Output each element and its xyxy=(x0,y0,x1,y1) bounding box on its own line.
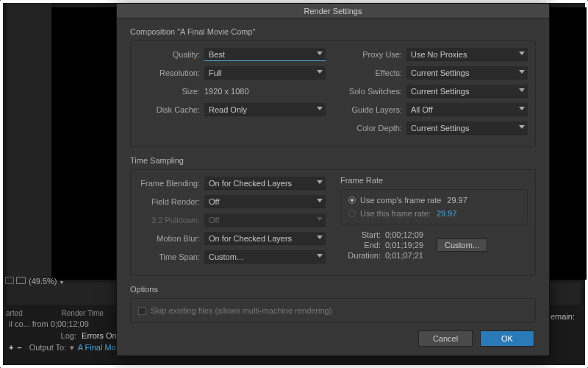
field-value: Off xyxy=(209,197,219,206)
effects-dropdown[interactable]: Current Settings xyxy=(406,66,528,79)
resolution-label: Resolution: xyxy=(138,68,204,77)
guide-label: Guide Layers: xyxy=(340,105,406,114)
resolution-value: Full xyxy=(209,68,222,77)
resolution-dropdown[interactable]: Full xyxy=(204,66,326,79)
disk-cache-value: Read Only xyxy=(209,105,247,114)
cancel-button[interactable]: Cancel xyxy=(418,330,473,347)
solo-value: Current Settings xyxy=(411,87,469,96)
mblur-dropdown[interactable]: On for Checked Layers xyxy=(204,232,326,245)
disk-cache-dropdown[interactable]: Read Only xyxy=(204,103,326,116)
frame-rate-opt1-value: 29.97 xyxy=(447,196,467,205)
custom-time-button[interactable]: Custom... xyxy=(437,238,487,252)
quality-label: Quality: xyxy=(138,50,204,59)
depth-value: Current Settings xyxy=(411,124,469,132)
dialog-button-bar: Cancel OK xyxy=(418,330,534,347)
mblur-label: Motion Blur: xyxy=(138,234,204,243)
chevron-down-icon xyxy=(317,180,323,184)
checkbox-icon xyxy=(138,307,146,315)
quality-dropdown[interactable]: Best xyxy=(204,48,326,61)
chevron-down-icon: ▼ xyxy=(60,280,65,285)
header-render-time: Render Time xyxy=(62,309,104,317)
end-label: End: xyxy=(340,241,381,250)
solo-dropdown[interactable]: Current Settings xyxy=(406,85,528,98)
chevron-down-icon xyxy=(317,107,323,110)
ok-button[interactable]: OK xyxy=(480,330,534,347)
frame-rate-opt-custom[interactable]: Use this frame rate: 29.97 xyxy=(348,209,520,218)
time-sampling-group: Frame Blending: On for Checked Layers Fi… xyxy=(130,169,536,276)
blend-value: On for Checked Layers xyxy=(209,179,292,188)
size-label: Size: xyxy=(138,87,204,96)
effects-label: Effects: xyxy=(340,68,406,77)
proxy-dropdown[interactable]: Use No Proxies xyxy=(406,48,528,61)
options-label: Options xyxy=(130,285,536,294)
log-label: Log: xyxy=(9,331,76,340)
chevron-down-icon xyxy=(519,52,525,55)
proxy-label: Proxy Use: xyxy=(340,50,406,59)
skip-existing-label: Skip existing files (allows multi-machin… xyxy=(151,306,331,315)
chevron-down-icon xyxy=(317,52,323,55)
field-dropdown[interactable]: Off xyxy=(204,195,326,208)
span-label: Time Span: xyxy=(138,252,204,261)
span-dropdown[interactable]: Custom... xyxy=(204,250,326,263)
time-values: Start:0;00;12;09 End:0;01;19;29 Duration… xyxy=(340,229,423,261)
guide-value: All Off xyxy=(411,105,433,114)
left-panel-stub xyxy=(7,3,51,283)
span-value: Custom... xyxy=(209,252,243,261)
add-remove-output-icon[interactable]: + – xyxy=(9,343,23,352)
effects-value: Current Settings xyxy=(411,68,469,77)
depth-dropdown[interactable]: Current Settings xyxy=(406,121,528,135)
frame-rate-opt2-label: Use this frame rate: xyxy=(360,209,431,218)
blend-dropdown[interactable]: On for Checked Layers xyxy=(204,177,326,190)
pulldown-label: 3:2 Pulldown: xyxy=(138,216,204,224)
frame-rate-opt-comp[interactable]: Use comp's frame rate 29.97 xyxy=(348,196,520,205)
chevron-down-icon xyxy=(519,125,525,129)
monitor-icon[interactable] xyxy=(16,277,26,284)
dur-value: 0;01;07;21 xyxy=(385,251,423,260)
frame-rate-opt1-label: Use comp's frame rate xyxy=(360,196,441,205)
time-sampling-right: Frame Rate Use comp's frame rate 29.97 U… xyxy=(340,176,528,268)
zoom-level[interactable]: (49.5%) ▼ xyxy=(29,277,65,286)
dur-label: Duration: xyxy=(340,251,381,260)
disk-cache-label: Disk Cache: xyxy=(138,105,204,114)
composition-col-left: Quality: Best Resolution: Full Size: 192… xyxy=(138,47,326,139)
chevron-down-icon xyxy=(519,88,525,92)
composition-col-right: Proxy Use: Use No Proxies Effects: Curre… xyxy=(340,47,528,139)
solo-label: Solo Switches: xyxy=(340,87,406,96)
quality-value: Best xyxy=(209,50,225,59)
chevron-down-icon xyxy=(519,70,525,74)
output-to-label: Output To: xyxy=(29,343,67,352)
radio-unselected-icon xyxy=(348,210,356,217)
end-value: 0;01;19;29 xyxy=(385,241,423,250)
composition-group: Quality: Best Resolution: Full Size: 192… xyxy=(130,40,536,147)
start-label: Start: xyxy=(340,230,381,239)
start-value: 0;00;12;09 xyxy=(385,230,423,239)
composition-label: Composition "A Final Movie Comp" xyxy=(130,27,536,36)
options-group: Skip existing files (allows multi-machin… xyxy=(130,298,536,323)
header-started: arted xyxy=(6,309,23,317)
chevron-down-icon xyxy=(317,199,323,202)
chevron-down-icon xyxy=(317,254,323,258)
depth-label: Color Depth: xyxy=(340,124,406,132)
size-value: 1920 x 1080 xyxy=(204,85,249,98)
frame-rate-opt2-value[interactable]: 29.97 xyxy=(437,209,457,218)
zoom-value: (49.5%) xyxy=(29,277,57,286)
radio-selected-icon xyxy=(348,197,356,204)
chevron-down-icon xyxy=(317,70,323,74)
chevron-down-icon xyxy=(519,107,525,110)
chevron-down-icon[interactable]: ▾ xyxy=(70,343,74,352)
chevron-down-icon xyxy=(317,217,323,221)
time-sampling-label: Time Sampling xyxy=(130,156,536,165)
blend-label: Frame Blending: xyxy=(138,179,204,188)
mblur-value: On for Checked Layers xyxy=(209,234,292,243)
guide-dropdown[interactable]: All Off xyxy=(406,103,528,116)
proxy-value: Use No Proxies xyxy=(411,50,467,59)
folder-icon[interactable] xyxy=(5,277,14,284)
frame-rate-box: Use comp's frame rate 29.97 Use this fra… xyxy=(340,189,528,224)
dialog-body: Composition "A Final Movie Comp" Quality… xyxy=(117,18,549,339)
pulldown-value: Off xyxy=(209,216,219,224)
field-label: Field Render: xyxy=(138,197,204,206)
frame-rate-title: Frame Rate xyxy=(340,176,528,185)
pulldown-dropdown: Off xyxy=(204,213,326,227)
skip-existing-checkbox: Skip existing files (allows multi-machin… xyxy=(138,306,528,315)
dialog-title: Render Settings xyxy=(117,4,549,18)
